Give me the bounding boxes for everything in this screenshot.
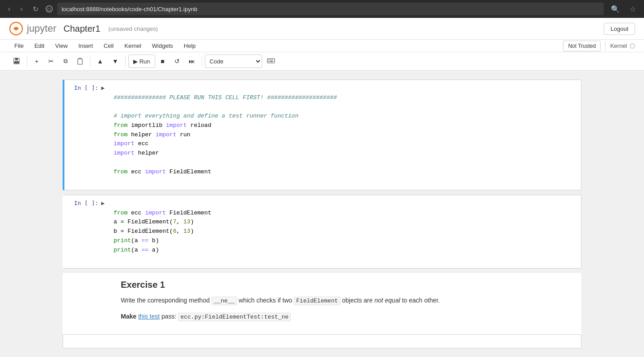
cut-icon: ✂ [48,58,54,65]
notebook-title[interactable]: Chapter1 [64,24,100,34]
fast-forward-icon: ⏭ [189,58,195,65]
cell-1-prompt: In [ ]: ▶ [64,80,109,190]
menu-kernel[interactable]: Kernel [119,40,147,52]
cell-1-import-2: import [156,131,177,138]
menu-widgets[interactable]: Widgets [147,40,178,52]
cell-1-row: In [ ]: ▶ ############### PLEASE RUN THI… [64,80,581,190]
menu-separator [605,41,606,51]
run-button[interactable]: ▶ Run [128,55,155,68]
menu-edit[interactable]: Edit [29,40,50,52]
exercise-title: Exercise 1 [121,280,572,290]
cell-1-import-5: import [145,168,166,175]
not-trusted-button[interactable]: Not Trusted [563,41,601,51]
cell-2-num-3: 6 [173,228,177,235]
cell-1-run-indicator[interactable]: ▶ [101,84,105,91]
cell-2-num-4: 13 [183,228,191,235]
ne-method-code: __ne__ [212,297,237,305]
save-icon [13,58,20,65]
toolbar: + ✂ ⧉ ▲ ▼ ▶ Run ■ ↺ ⏭ Code Markdown Raw … [0,52,644,71]
not-equal-italic: not equal [374,297,400,304]
jupyter-header: jupyter Chapter1 (unsaved changes) Logou… [0,18,644,40]
cell-1-from-3: from [114,168,127,175]
browser-chrome: ‹ › ↻ 🔍 ☆ [0,0,644,18]
cell-1-code: ############### PLEASE RUN THIS CELL FIR… [114,94,337,175]
test-path-code: ecc.py:FieldElementTest:test_ne [178,313,291,321]
zoom-button[interactable]: 🔍 [608,3,623,15]
cell-2-run-indicator[interactable]: ▶ [101,200,105,206]
cell-1-line-1: ############### PLEASE RUN THIS CELL FIR… [114,94,337,101]
kernel-label: Kernel [610,42,627,49]
make-bold: Make [121,313,138,320]
menu-insert[interactable]: Insert [73,40,98,52]
cell-1-import-4: import [114,150,135,156]
cell-2-prompt: In [ ]: ▶ [64,195,109,268]
unsaved-changes-indicator: (unsaved changes) [108,25,158,32]
cell-1-from-2: from [114,131,127,138]
para1-after: objects are [340,297,374,304]
menu-right: Not Trusted Kernel [563,41,635,51]
logout-button[interactable]: Logout [604,23,635,35]
interrupt-button[interactable]: ■ [156,55,169,68]
add-cell-button[interactable]: + [30,55,43,68]
toolbar-sep-4 [202,56,202,67]
bookmark-button[interactable]: ☆ [627,3,639,15]
forward-button[interactable]: › [17,3,25,15]
menu-help[interactable]: Help [178,40,201,52]
cell-2-eq-1: == [141,237,148,244]
cell-3-row [63,335,581,348]
save-button[interactable] [9,55,24,68]
reload-button[interactable]: ↻ [30,3,41,15]
move-down-button[interactable]: ▼ [108,55,123,68]
cell-2-prompt-text: In [ ]: [74,200,98,206]
kernel-status: Kernel [610,42,635,49]
cut-cell-button[interactable]: ✂ [44,55,58,68]
copy-cell-button[interactable]: ⧉ [59,55,72,68]
cell-2-from-1: from [114,210,127,216]
para1-before: Write the corresponding method [121,297,212,304]
exercise-para-2: Make this test pass: ecc.py:FieldElement… [121,311,572,322]
move-down-icon: ▼ [112,58,119,65]
cell-2-num-2: 13 [183,218,191,225]
cell-2-row: In [ ]: ▶ from ecc import FieldElement a… [64,195,581,268]
restart-icon: ↺ [174,58,180,65]
cell-2-eq-2: == [141,247,148,253]
stop-icon: ■ [161,58,164,65]
paste-cell-button[interactable] [73,55,87,68]
back-button[interactable]: ‹ [5,3,13,15]
svg-rect-4 [78,59,82,64]
plus-icon: + [35,58,38,65]
jupyter-brand-text: jupyter [27,23,56,34]
cell-2[interactable]: In [ ]: ▶ from ecc import FieldElement a… [63,195,581,269]
cell-3-input[interactable] [108,335,581,348]
menu-file[interactable]: File [9,40,29,52]
cell-2-code: from ecc import FieldElement a = FieldEl… [114,210,211,253]
cell-1[interactable]: In [ ]: ▶ ############### PLEASE RUN THI… [63,80,581,190]
move-up-button[interactable]: ▲ [93,55,107,68]
cell-1-input[interactable]: ############### PLEASE RUN THIS CELL FIR… [109,80,581,190]
toolbar-sep-1 [27,56,27,67]
cell-2-input[interactable]: from ecc import FieldElement a = FieldEl… [109,195,581,268]
keyboard-icon [267,58,275,63]
keyboard-shortcuts-button[interactable] [263,55,279,68]
cell-3[interactable] [63,334,581,349]
cell-type-select[interactable]: Code Markdown Raw NBConvert Heading [205,55,262,68]
fast-forward-button[interactable]: ⏭ [185,55,199,68]
menu-bar: File Edit View Insert Cell Kernel Widget… [0,40,644,52]
paste-icon [77,58,83,65]
notebook-container: In [ ]: ▶ ############### PLEASE RUN THI… [54,80,590,349]
kernel-indicator [630,43,635,49]
copy-icon: ⧉ [64,58,68,65]
jupyter-logo-icon [9,21,23,36]
run-label: Run [140,58,150,65]
address-bar[interactable] [57,3,604,15]
para1-end: to each other. [400,297,440,304]
para2-middle: pass: [160,313,178,320]
cell-2-import-1: import [145,210,166,216]
restart-button[interactable]: ↺ [170,55,184,68]
jupyter-logo: jupyter Chapter1 (unsaved changes) [9,21,158,36]
menu-view[interactable]: View [50,40,73,52]
cell-1-import-3: import [114,140,135,147]
menu-cell[interactable]: Cell [98,40,119,52]
cell-1-from-1: from [114,122,127,129]
this-test-link[interactable]: this test [138,313,160,320]
